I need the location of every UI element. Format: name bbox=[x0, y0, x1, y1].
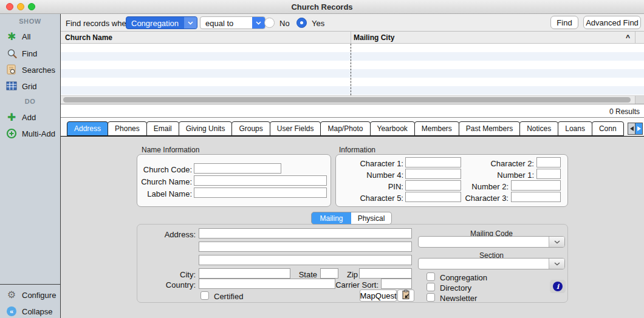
find-prompt: Find records where bbox=[66, 19, 133, 28]
tab-phones[interactable]: Phones bbox=[108, 121, 147, 136]
number-2-label: Number 2: bbox=[442, 182, 509, 191]
zip-input[interactable] bbox=[359, 268, 412, 279]
circled-plus-icon bbox=[5, 127, 18, 140]
table-row bbox=[61, 69, 644, 78]
number-4-label: Number 4: bbox=[336, 171, 403, 180]
column-divider[interactable] bbox=[351, 32, 351, 43]
plus-icon: ✚ bbox=[5, 111, 18, 123]
church-code-label: Church Code: bbox=[137, 165, 192, 174]
sidebar-item-searches[interactable]: Searches bbox=[0, 64, 60, 76]
character-1-input[interactable] bbox=[405, 157, 461, 167]
radio-dot bbox=[300, 21, 303, 24]
tab-loans[interactable]: Loans bbox=[558, 121, 592, 136]
sidebar-item-multi-add[interactable]: Multi-Add bbox=[0, 127, 60, 140]
address-line-3-input[interactable] bbox=[199, 255, 412, 265]
certified-checkbox[interactable] bbox=[200, 291, 209, 300]
directory-checkbox[interactable] bbox=[426, 283, 435, 291]
pin-label: PIN: bbox=[336, 182, 403, 191]
find-field-value: Congregation bbox=[131, 19, 179, 28]
church-code-input[interactable] bbox=[194, 163, 281, 174]
scrollbar-thumb[interactable] bbox=[63, 97, 631, 103]
section-dropdown[interactable] bbox=[418, 258, 565, 269]
certified-label: Certified bbox=[214, 292, 243, 301]
radio-no[interactable] bbox=[264, 18, 275, 28]
sidebar-item-collapse[interactable]: « Collapse bbox=[0, 305, 60, 317]
tab-giving-units[interactable]: Giving Units bbox=[179, 121, 233, 136]
address-line-2-input[interactable] bbox=[199, 242, 412, 252]
congregation-checkbox[interactable] bbox=[426, 272, 435, 281]
zip-label: Zip bbox=[343, 270, 358, 279]
table-row bbox=[61, 44, 644, 52]
results-table-body[interactable] bbox=[61, 44, 644, 95]
sidebar-item-label: Add bbox=[22, 113, 36, 122]
number-2-input[interactable] bbox=[511, 180, 561, 191]
sidebar-item-find[interactable]: Find bbox=[0, 47, 60, 59]
character-3-input[interactable] bbox=[511, 192, 561, 202]
tab-connect[interactable]: Conn bbox=[592, 121, 624, 136]
sidebar-item-label: All bbox=[22, 32, 30, 41]
address-tab-content: Name Information Church Code: Church Nam… bbox=[61, 137, 644, 318]
number-1-input[interactable] bbox=[536, 169, 561, 179]
subtab-mailing[interactable]: Mailing bbox=[311, 212, 352, 225]
name-information-groupbox: Church Code: Church Name: Label Name: bbox=[137, 154, 331, 207]
newsletter-checkbox[interactable] bbox=[426, 293, 435, 302]
advanced-find-button[interactable]: Advanced Find bbox=[583, 16, 641, 29]
city-input[interactable] bbox=[199, 268, 290, 279]
find-operator-select[interactable]: equal to bbox=[200, 16, 265, 29]
horizontal-scrollbar[interactable] bbox=[61, 95, 644, 104]
tab-scroll-right-button[interactable] bbox=[635, 123, 643, 135]
directory-label: Directory bbox=[440, 283, 471, 293]
city-label: City: bbox=[135, 270, 196, 279]
mailing-code-dropdown[interactable] bbox=[418, 236, 565, 248]
find-bar: Find records where Congregation equal to… bbox=[61, 14, 644, 32]
column-divider bbox=[635, 32, 635, 43]
country-input[interactable] bbox=[199, 279, 335, 289]
radio-yes[interactable] bbox=[296, 18, 307, 28]
find-button[interactable]: Find bbox=[550, 16, 578, 29]
state-input[interactable] bbox=[320, 268, 338, 279]
tab-notices[interactable]: Notices bbox=[519, 121, 558, 136]
mapquest-button[interactable]: MapQuest bbox=[360, 289, 397, 302]
country-label: Country: bbox=[135, 280, 196, 289]
collapse-icon: « bbox=[5, 305, 18, 317]
address-line-1-input[interactable] bbox=[199, 228, 412, 238]
name-information-title: Name Information bbox=[142, 146, 199, 154]
tab-past-members[interactable]: Past Members bbox=[459, 121, 520, 136]
tab-members[interactable]: Members bbox=[414, 121, 459, 136]
sidebar-item-label: Multi-Add bbox=[22, 129, 55, 138]
tab-email[interactable]: Email bbox=[146, 121, 179, 136]
column-header-mailing-city[interactable]: Mailing City bbox=[354, 33, 394, 42]
tab-bar: Address Phones Email Giving Units Groups… bbox=[61, 118, 644, 137]
tab-groups[interactable]: Groups bbox=[231, 121, 270, 136]
carrier-sort-label: Carrier Sort: bbox=[328, 280, 379, 289]
sidebar-item-label: Configure bbox=[22, 291, 56, 300]
church-name-input[interactable] bbox=[194, 175, 327, 186]
church-name-label: Church Name: bbox=[137, 177, 192, 186]
tab-address[interactable]: Address bbox=[67, 121, 108, 136]
table-row bbox=[61, 61, 644, 69]
find-field-select[interactable]: Congregation bbox=[126, 16, 197, 29]
character-1-label: Character 1: bbox=[336, 159, 403, 168]
sidebar-item-configure[interactable]: ⚙ Configure bbox=[0, 289, 60, 301]
table-row bbox=[61, 86, 644, 95]
mapquest-copy-button[interactable] bbox=[397, 289, 414, 302]
sidebar-item-label: Collapse bbox=[22, 307, 53, 316]
subtab-physical[interactable]: Physical bbox=[351, 212, 392, 225]
carrier-sort-input[interactable] bbox=[381, 279, 412, 289]
info-button[interactable]: i bbox=[550, 280, 566, 293]
saved-searches-icon bbox=[5, 64, 18, 76]
state-label: State bbox=[292, 270, 317, 279]
label-name-input[interactable] bbox=[194, 188, 327, 198]
sidebar-item-label: Find bbox=[22, 49, 37, 58]
sort-indicator-icon[interactable]: ^ bbox=[626, 33, 630, 42]
character-2-input[interactable] bbox=[536, 157, 561, 167]
number-4-input[interactable] bbox=[405, 169, 461, 179]
tab-yearbook[interactable]: Yearbook bbox=[370, 121, 415, 136]
tab-user-fields[interactable]: User Fields bbox=[270, 121, 321, 136]
sidebar-item-add[interactable]: ✚ Add bbox=[0, 111, 60, 123]
tab-map-photo[interactable]: Map/Photo bbox=[320, 121, 370, 136]
column-header-church-name[interactable]: Church Name bbox=[65, 33, 112, 42]
sidebar-item-all[interactable]: ✱ All bbox=[0, 30, 60, 42]
radio-yes-label: Yes bbox=[312, 19, 324, 28]
sidebar-item-grid[interactable]: Grid bbox=[0, 80, 60, 92]
